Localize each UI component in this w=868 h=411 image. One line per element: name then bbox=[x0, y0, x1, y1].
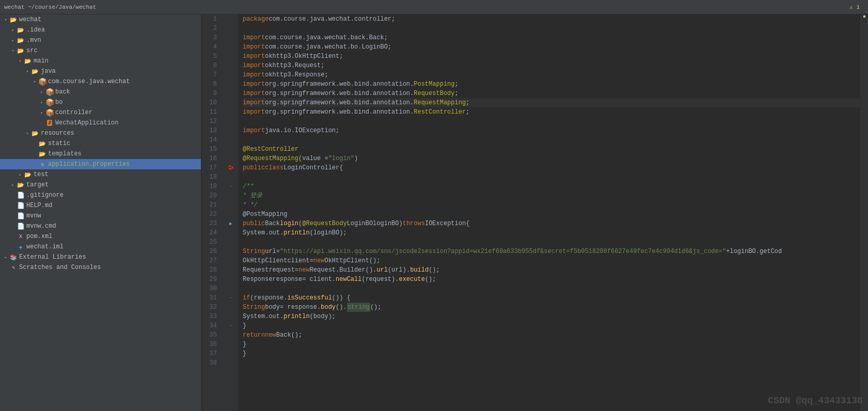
sidebar-item-com.course.java.wechat[interactable]: 📦com.course.java.wechat bbox=[0, 76, 201, 87]
sidebar-item-application.properties[interactable]: ⚙application.properties bbox=[0, 159, 201, 169]
code-line-11: import org.springframework.web.bind.anno… bbox=[243, 107, 860, 117]
bean-icon[interactable]: 🫘 bbox=[228, 165, 234, 171]
sidebar-item-WechatApplication[interactable]: JWechatApplication bbox=[0, 118, 201, 128]
gutter-line-17[interactable]: 🫘 bbox=[223, 163, 239, 172]
gutter-line-32 bbox=[223, 303, 239, 312]
code-line-15: @RestController bbox=[243, 145, 860, 154]
tree-icon-mvnw: 📄 bbox=[17, 212, 25, 219]
gutter-line-14 bbox=[223, 135, 239, 145]
code-line-12 bbox=[243, 117, 860, 126]
tree-icon-static: 📂 bbox=[38, 140, 46, 147]
gutter-line-33 bbox=[223, 312, 239, 321]
sidebar-item-.gitignore[interactable]: 📄.gitignore bbox=[0, 190, 201, 200]
sidebar-item-pom.xml[interactable]: Xpom.xml bbox=[0, 231, 201, 242]
code-line-31: if (response.isSuccessful()) { bbox=[243, 293, 860, 303]
code-line-17: public class LoginController { bbox=[243, 163, 860, 172]
tree-arrow-src[interactable] bbox=[9, 48, 17, 54]
sidebar-item-mvnw[interactable]: 📄mvnw bbox=[0, 211, 201, 221]
tree-label-application.properties: application.properties bbox=[48, 161, 201, 168]
sidebar-item-wechat.iml[interactable]: ◈wechat.iml bbox=[0, 242, 201, 252]
gutter-line-30 bbox=[223, 284, 239, 293]
sidebar-item-HELP.md[interactable]: 📄HELP.md bbox=[0, 200, 201, 211]
sidebar-item-static[interactable]: 📂static bbox=[0, 138, 201, 149]
gutter-line-3 bbox=[223, 33, 239, 42]
tree-label-java: java bbox=[41, 68, 201, 75]
sidebar-item-main[interactable]: 📂main bbox=[0, 56, 201, 66]
tree-arrow-bo[interactable] bbox=[38, 100, 45, 105]
sidebar-item-bo[interactable]: 📦bo bbox=[0, 97, 201, 107]
gutter-line-29 bbox=[223, 275, 239, 284]
code-line-23: public Back login (@RequestBody LoginBO … bbox=[243, 219, 860, 228]
tree-arrow-com.course.java.wechat[interactable] bbox=[31, 79, 38, 85]
tree-arrow-back[interactable] bbox=[38, 89, 45, 95]
sidebar-item-Scratches and Consoles[interactable]: ✎Scratches and Consoles bbox=[0, 262, 201, 273]
tree-label-.gitignore: .gitignore bbox=[26, 192, 201, 199]
gutter-line-34[interactable]: − bbox=[223, 321, 239, 330]
gutter-line-23[interactable]: ▶ bbox=[223, 219, 239, 228]
gutter-line-7 bbox=[223, 70, 239, 80]
tree-label-mvnw.cmd: mvnw.cmd bbox=[26, 223, 201, 230]
sidebar-item-back[interactable]: 📦back bbox=[0, 87, 201, 97]
tree-icon-pom.xml: X bbox=[17, 233, 25, 240]
main-layout: 📂wechat📂.idea📂.mvn📂src📂main📂java📦com.cou… bbox=[0, 14, 868, 411]
tree-arrow-main[interactable] bbox=[17, 58, 24, 64]
tree-label-wechat.iml: wechat.iml bbox=[26, 243, 201, 250]
tree-label-target: target bbox=[26, 181, 201, 188]
sidebar-item-mvnw.cmd[interactable]: 📄mvnw.cmd bbox=[0, 221, 201, 231]
tree-arrow-target[interactable] bbox=[9, 182, 17, 188]
fold-icon[interactable]: − bbox=[229, 295, 232, 301]
tree-label-test: test bbox=[34, 171, 201, 178]
tree-icon-idea: 📂 bbox=[17, 26, 25, 34]
code-line-27: OkHttpClient client = new OkHttpClient()… bbox=[243, 256, 860, 265]
tree-arrow-External Libraries[interactable] bbox=[2, 255, 9, 260]
tree-label-mvn: .mvn bbox=[26, 37, 201, 44]
fold-icon[interactable]: − bbox=[229, 184, 232, 189]
run-icon[interactable]: ▶ bbox=[229, 220, 232, 227]
gutter-line-1 bbox=[223, 14, 239, 24]
sidebar[interactable]: 📂wechat📂.idea📂.mvn📂src📂main📂java📦com.cou… bbox=[0, 14, 201, 411]
fold-icon[interactable]: − bbox=[229, 323, 232, 329]
code-line-14 bbox=[243, 135, 860, 145]
line-number-29: 29 bbox=[201, 275, 220, 284]
sidebar-item-templates[interactable]: 📂templates bbox=[0, 149, 201, 159]
gutter-line-5 bbox=[223, 52, 239, 61]
sidebar-item-src[interactable]: 📂src bbox=[0, 45, 201, 56]
line-number-24: 24 bbox=[201, 228, 220, 238]
tree-icon-com.course.java.wechat: 📦 bbox=[38, 78, 46, 85]
tree-arrow-controller[interactable] bbox=[38, 110, 45, 116]
code-line-19: /** bbox=[243, 182, 860, 191]
tree-arrow-resources[interactable] bbox=[24, 131, 31, 136]
gutter-line-19[interactable]: − bbox=[223, 182, 239, 191]
gutter-line-12 bbox=[223, 117, 239, 126]
tree-arrow-mvn[interactable] bbox=[9, 38, 17, 43]
line-number-37: 37 bbox=[201, 349, 220, 358]
sidebar-item-test[interactable]: 📂test bbox=[0, 169, 201, 180]
tree-arrow-idea[interactable] bbox=[9, 27, 17, 33]
sidebar-item-External Libraries[interactable]: 📚External Libraries bbox=[0, 252, 201, 262]
code-line-20: * 登录 bbox=[243, 191, 860, 200]
sidebar-item-java[interactable]: 📂java bbox=[0, 66, 201, 76]
tree-icon-.gitignore: 📄 bbox=[17, 192, 25, 199]
line-number-9: 9 bbox=[201, 89, 220, 98]
line-number-19: 19 bbox=[201, 182, 220, 191]
code-line-37: } bbox=[243, 349, 860, 358]
code-line-6: import okhttp3.Request; bbox=[243, 61, 860, 70]
sidebar-item-controller[interactable]: 📦controller bbox=[0, 107, 201, 118]
sidebar-item-resources[interactable]: 📂resources bbox=[0, 128, 201, 138]
gutter-line-2 bbox=[223, 24, 239, 33]
gutter-line-35 bbox=[223, 330, 239, 340]
sidebar-item-mvn[interactable]: 📂.mvn bbox=[0, 35, 201, 45]
tree-arrow-wechat[interactable] bbox=[2, 17, 9, 23]
tree-label-src: src bbox=[26, 47, 201, 54]
tree-arrow-java[interactable] bbox=[24, 69, 31, 74]
gutter-line-31[interactable]: − bbox=[223, 293, 239, 303]
line-number-4: 4 bbox=[201, 42, 220, 52]
sidebar-item-target[interactable]: 📂target bbox=[0, 180, 201, 190]
code-content[interactable]: package com.course.java.wechat.controlle… bbox=[239, 14, 860, 411]
sidebar-item-wechat[interactable]: 📂wechat bbox=[0, 14, 201, 25]
code-line-10: import org.springframework.web.bind.anno… bbox=[243, 98, 860, 107]
line-number-5: 5 bbox=[201, 52, 220, 61]
tree-arrow-test[interactable] bbox=[17, 172, 24, 178]
line-number-16: 16 bbox=[201, 154, 220, 163]
sidebar-item-idea[interactable]: 📂.idea bbox=[0, 25, 201, 35]
